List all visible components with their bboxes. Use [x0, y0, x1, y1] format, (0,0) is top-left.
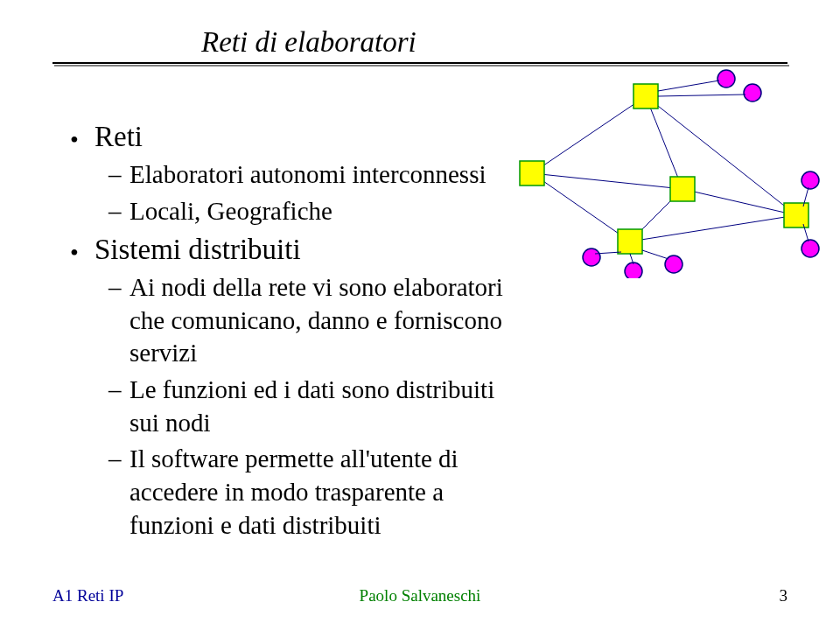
bullet-reti: • Reti [70, 119, 525, 155]
svg-point-16 [625, 262, 642, 278]
bullet-dash-icon: – [108, 158, 122, 192]
bullet-text: Il software permette all'utente di acced… [130, 444, 458, 538]
bullet-text: Le funzioni ed i dati sono distribuiti s… [130, 375, 494, 437]
svg-point-19 [802, 240, 819, 257]
svg-line-2 [532, 173, 630, 242]
bullet-sistemi: • Sistemi distribuiti [70, 232, 525, 268]
bullet-dot-icon: • [70, 237, 79, 268]
bullet-text: Locali, Geografiche [130, 197, 332, 225]
bullet-text: Sistemi distribuiti [94, 234, 301, 265]
bullet-dot-icon: • [70, 124, 79, 155]
bullet-text: Elaboratori autonomi interconnessi [130, 160, 486, 188]
slide: Reti di elaboratori [0, 0, 840, 630]
svg-line-3 [646, 96, 682, 189]
bullet-reti-sub1: – Elaboratori autonomi interconnessi [70, 158, 525, 192]
svg-line-21 [658, 94, 746, 96]
title-underline [52, 62, 788, 64]
bullet-sistemi-sub3: – Il software permette all'utente di acc… [70, 443, 525, 542]
network-diagram [499, 68, 822, 278]
svg-rect-9 [634, 84, 658, 108]
svg-rect-11 [618, 229, 642, 254]
bullet-dash-icon: – [108, 195, 122, 228]
svg-line-1 [532, 173, 682, 189]
footer: A1 Reti IP Paolo Salvaneschi 3 [52, 586, 788, 606]
svg-line-24 [642, 250, 668, 259]
svg-line-6 [630, 215, 796, 242]
svg-line-4 [646, 96, 796, 215]
bullet-dash-icon: – [108, 443, 122, 476]
footer-page-number: 3 [780, 586, 788, 606]
content-area: • Reti – Elaboratori autonomi interconne… [52, 119, 525, 542]
footer-left: A1 Reti IP [52, 586, 123, 606]
page-title: Reti di elaboratori [52, 26, 788, 59]
title-underline-shadow [54, 65, 789, 66]
bullet-reti-sub2: – Locali, Geografiche [70, 195, 525, 228]
svg-point-18 [802, 172, 819, 189]
bullet-sistemi-sub2: – Le funzioni ed i dati sono distribuiti… [70, 374, 525, 439]
bullet-sistemi-sub1: – Ai nodi della rete vi sono elaboratori… [70, 271, 525, 370]
svg-point-13 [718, 70, 735, 88]
bullet-dash-icon: – [108, 374, 122, 407]
svg-point-17 [665, 256, 682, 273]
bullet-text: Ai nodi della rete vi sono elaboratori c… [130, 273, 503, 367]
svg-rect-10 [670, 177, 695, 201]
bullet-text: Reti [94, 121, 143, 152]
svg-rect-12 [784, 203, 808, 228]
svg-point-14 [744, 84, 761, 102]
svg-point-15 [583, 248, 600, 266]
title-block: Reti di elaboratori [52, 26, 788, 66]
svg-line-0 [532, 96, 646, 173]
footer-center: Paolo Salvaneschi [360, 586, 481, 606]
svg-line-20 [658, 80, 719, 91]
bullet-dash-icon: – [108, 271, 122, 304]
